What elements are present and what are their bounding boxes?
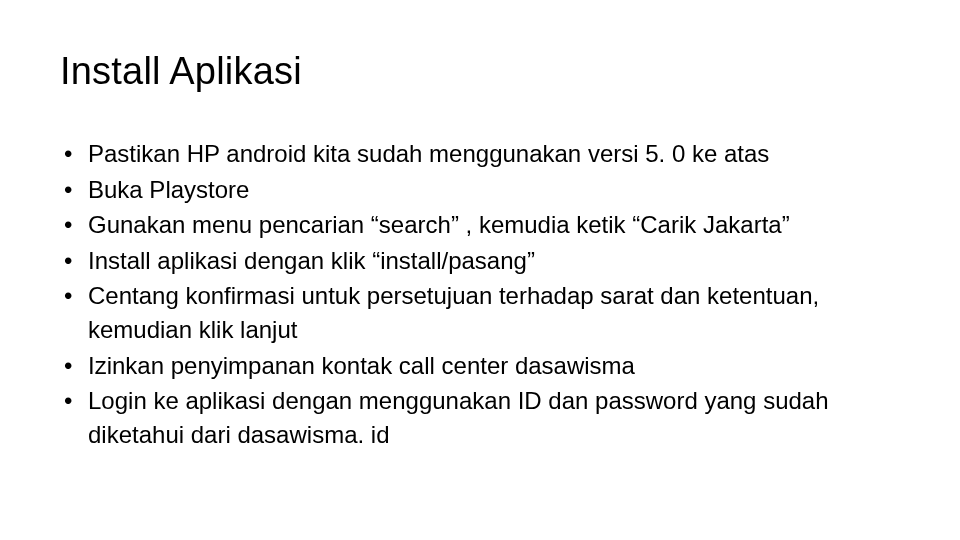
list-item: Izinkan penyimpanan kontak call center d…	[60, 349, 900, 383]
list-item: Gunakan menu pencarian “search” , kemudi…	[60, 208, 900, 242]
list-item: Buka Playstore	[60, 173, 900, 207]
list-item: Install aplikasi dengan klik “install/pa…	[60, 244, 900, 278]
slide-title: Install Aplikasi	[60, 50, 900, 93]
list-item: Centang konfirmasi untuk persetujuan ter…	[60, 279, 900, 346]
list-item: Login ke aplikasi dengan menggunakan ID …	[60, 384, 900, 451]
list-item: Pastikan HP android kita sudah menggunak…	[60, 137, 900, 171]
bullet-list: Pastikan HP android kita sudah menggunak…	[60, 137, 900, 451]
